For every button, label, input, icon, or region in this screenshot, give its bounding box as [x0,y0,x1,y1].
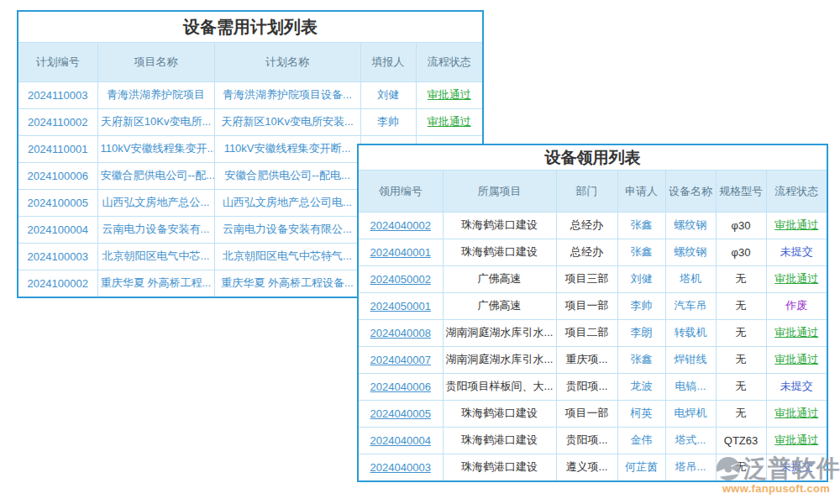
req-applicant-cell[interactable]: 何芷茵 [617,454,665,480]
plan-id-cell[interactable]: 2024100004 [18,216,97,243]
req-dept-cell: 项目三部 [556,265,617,292]
plan-id-cell[interactable]: 2024100002 [18,270,97,297]
plan-plan-cell[interactable]: 云南电力设备安装有限公... [214,216,360,243]
req-device-cell[interactable]: 焊钳线 [665,346,716,373]
plan-project-cell[interactable]: 重庆华夏 外高桥工程... [97,270,214,297]
plan-id-cell[interactable]: 2024100006 [18,162,97,189]
req-project-cell: 广佛高速 [443,292,556,319]
req-id-cell[interactable]: 2024040002 [359,212,443,239]
req-status-cell: 未提交 [766,239,827,265]
plan-plan-cell[interactable]: 重庆华夏 外高桥工程设备... [214,270,360,297]
column-header: 设备名称 [665,171,716,212]
req-id-cell[interactable]: 2024040008 [359,319,443,346]
column-header: 流程状态 [766,171,827,212]
req-table-row: 2024040004珠海鹤港口建设贵阳项...金伟塔式...QTZ63审批通过 [359,427,827,454]
plan-plan-cell[interactable]: 北京朝阳区电气中芯特气... [214,243,360,270]
column-header: 领用编号 [359,171,443,212]
req-id-cell[interactable]: 2024040006 [359,373,443,400]
req-id-cell[interactable]: 2024050002 [359,265,443,292]
req-spec-cell: 无 [716,400,766,427]
plan-project-cell[interactable]: 110kV安徽线程集变开... [97,135,214,162]
req-device-cell[interactable]: 汽车吊 [665,292,716,319]
req-dept-cell: 项目一部 [556,400,617,427]
req-spec-cell: 无 [716,373,766,400]
column-header: 计划编号 [18,43,97,81]
req-spec-cell: φ30 [716,239,766,265]
req-table-row: 2024040005珠海鹤港口建设项目一部柯英电焊机无审批通过 [359,400,827,427]
req-id-cell[interactable]: 2024040003 [359,454,443,480]
req-status-cell: 审批通过 [766,212,827,239]
plan-plan-cell[interactable]: 110kV安徽线程集变开断... [214,135,360,162]
req-spec-cell: 无 [716,265,766,292]
req-device-cell[interactable]: 电镐... [665,373,716,400]
req-applicant-cell[interactable]: 龙波 [617,373,665,400]
plan-id-cell[interactable]: 2024110003 [18,81,97,108]
plan-reporter-cell[interactable]: 李帅 [360,108,416,135]
req-applicant-cell[interactable]: 刘健 [617,265,665,292]
plan-project-cell[interactable]: 安徽合肥供电公司--配... [97,162,214,189]
req-id-cell[interactable]: 2024050001 [359,292,443,319]
req-device-cell[interactable]: 塔吊... [665,454,716,480]
req-dept-cell: 总经办 [556,239,617,265]
column-header: 申请人 [617,171,665,212]
req-project-cell: 湖南洞庭湖水库引水... [443,346,556,373]
plan-status-cell: 审批通过 [416,108,482,135]
req-dept-cell: 总经办 [556,212,617,239]
req-dept-cell: 贵阳项... [556,373,617,400]
requisition-table: 领用编号所属项目部门申请人设备名称规格型号流程状态 2024040002珠海鹤港… [359,171,827,480]
req-applicant-cell[interactable]: 张鑫 [617,212,665,239]
req-project-cell: 贵阳项目样板间、大... [443,373,556,400]
page-canvas: 设备需用计划列表 计划编号项目名称计划名称填报人流程状态 2024110003青… [0,0,840,504]
requisition-table-title: 设备领用列表 [359,145,827,171]
req-project-cell: 珠海鹤港口建设 [443,454,556,480]
req-table-row: 2024040008湖南洞庭湖水库引水...项目二部李朗转载机无审批通过 [359,319,827,346]
plan-id-cell[interactable]: 2024110002 [18,108,97,135]
req-applicant-cell[interactable]: 张鑫 [617,239,665,265]
req-spec-cell: 无 [716,292,766,319]
req-id-cell[interactable]: 2024040001 [359,239,443,265]
plan-id-cell[interactable]: 2024100003 [18,243,97,270]
plan-plan-cell[interactable]: 山西弘文房地产总公司电... [214,189,360,216]
req-table-row: 2024050001广佛高速项目一部李帅汽车吊无作废 [359,292,827,319]
req-spec-cell: 无 [716,346,766,373]
req-project-cell: 广佛高速 [443,265,556,292]
req-applicant-cell[interactable]: 金伟 [617,427,665,454]
req-status-cell: 审批通过 [766,346,827,373]
plan-project-cell[interactable]: 云南电力设备安装有... [97,216,214,243]
column-header: 部门 [556,171,617,212]
plan-id-cell[interactable]: 2024110001 [18,135,97,162]
req-device-cell[interactable]: 塔机 [665,265,716,292]
req-id-cell[interactable]: 2024040007 [359,346,443,373]
plan-reporter-cell[interactable]: 刘健 [360,81,416,108]
plan-project-cell[interactable]: 北京朝阳区电气中芯... [97,243,214,270]
plan-plan-cell[interactable]: 天府新区10Kv变电所安装... [214,108,360,135]
req-applicant-cell[interactable]: 李帅 [617,292,665,319]
req-device-cell[interactable]: 螺纹钢 [665,212,716,239]
req-device-cell[interactable]: 螺纹钢 [665,239,716,265]
req-dept-cell: 遵义项... [556,454,617,480]
req-status-cell: 审批通过 [766,319,827,346]
req-dept-cell: 贵阳项... [556,427,617,454]
req-device-cell[interactable]: 电焊机 [665,400,716,427]
plan-project-cell[interactable]: 山西弘文房地产总公... [97,189,214,216]
plan-table-row: 2024110002天府新区10Kv变电所...天府新区10Kv变电所安装...… [18,108,482,135]
plan-id-cell[interactable]: 2024100005 [18,189,97,216]
req-id-cell[interactable]: 2024040005 [359,400,443,427]
req-status-cell: 未提交 [766,373,827,400]
plan-table-row: 2024110003青海洪湖养护院项目青海洪湖养护院项目设备...刘健审批通过 [18,81,482,108]
req-applicant-cell[interactable]: 张鑫 [617,346,665,373]
req-id-cell[interactable]: 2024040004 [359,427,443,454]
req-status-cell: 审批通过 [766,400,827,427]
req-table-row: 2024040001珠海鹤港口建设总经办张鑫螺纹钢φ30未提交 [359,239,827,265]
plan-plan-cell[interactable]: 安徽合肥供电公司--配电... [214,162,360,189]
requisition-table-header-row: 领用编号所属项目部门申请人设备名称规格型号流程状态 [359,171,827,212]
req-table-row: 2024040002珠海鹤港口建设总经办张鑫螺纹钢φ30审批通过 [359,212,827,239]
req-applicant-cell[interactable]: 柯英 [617,400,665,427]
req-device-cell[interactable]: 塔式... [665,427,716,454]
plan-project-cell[interactable]: 天府新区10Kv变电所... [97,108,214,135]
plan-plan-cell[interactable]: 青海洪湖养护院项目设备... [214,81,360,108]
column-header: 项目名称 [97,43,214,81]
plan-project-cell[interactable]: 青海洪湖养护院项目 [97,81,214,108]
req-device-cell[interactable]: 转载机 [665,319,716,346]
req-applicant-cell[interactable]: 李朗 [617,319,665,346]
